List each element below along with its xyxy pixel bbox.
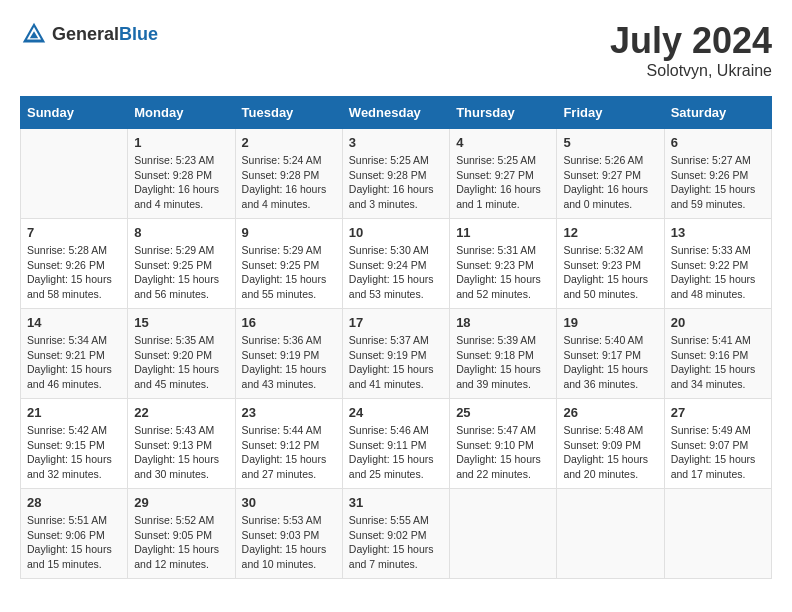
table-row — [450, 489, 557, 579]
table-row: 14Sunrise: 5:34 AM Sunset: 9:21 PM Dayli… — [21, 309, 128, 399]
day-info: Sunrise: 5:39 AM Sunset: 9:18 PM Dayligh… — [456, 333, 550, 392]
day-number: 8 — [134, 225, 228, 240]
day-number: 16 — [242, 315, 336, 330]
col-sunday: Sunday — [21, 97, 128, 129]
col-wednesday: Wednesday — [342, 97, 449, 129]
table-row — [557, 489, 664, 579]
day-info: Sunrise: 5:25 AM Sunset: 9:28 PM Dayligh… — [349, 153, 443, 212]
day-info: Sunrise: 5:40 AM Sunset: 9:17 PM Dayligh… — [563, 333, 657, 392]
table-row: 29Sunrise: 5:52 AM Sunset: 9:05 PM Dayli… — [128, 489, 235, 579]
day-number: 6 — [671, 135, 765, 150]
table-row: 11Sunrise: 5:31 AM Sunset: 9:23 PM Dayli… — [450, 219, 557, 309]
day-number: 24 — [349, 405, 443, 420]
day-number: 23 — [242, 405, 336, 420]
day-number: 1 — [134, 135, 228, 150]
table-row — [21, 129, 128, 219]
logo: GeneralBlue — [20, 20, 158, 48]
day-number: 22 — [134, 405, 228, 420]
day-info: Sunrise: 5:53 AM Sunset: 9:03 PM Dayligh… — [242, 513, 336, 572]
table-row: 23Sunrise: 5:44 AM Sunset: 9:12 PM Dayli… — [235, 399, 342, 489]
day-number: 28 — [27, 495, 121, 510]
day-info: Sunrise: 5:33 AM Sunset: 9:22 PM Dayligh… — [671, 243, 765, 302]
day-number: 26 — [563, 405, 657, 420]
logo-icon — [20, 20, 48, 48]
table-row: 4Sunrise: 5:25 AM Sunset: 9:27 PM Daylig… — [450, 129, 557, 219]
table-row: 6Sunrise: 5:27 AM Sunset: 9:26 PM Daylig… — [664, 129, 771, 219]
day-number: 10 — [349, 225, 443, 240]
day-number: 7 — [27, 225, 121, 240]
day-info: Sunrise: 5:37 AM Sunset: 9:19 PM Dayligh… — [349, 333, 443, 392]
day-number: 13 — [671, 225, 765, 240]
calendar-week-row: 7Sunrise: 5:28 AM Sunset: 9:26 PM Daylig… — [21, 219, 772, 309]
day-info: Sunrise: 5:23 AM Sunset: 9:28 PM Dayligh… — [134, 153, 228, 212]
day-info: Sunrise: 5:35 AM Sunset: 9:20 PM Dayligh… — [134, 333, 228, 392]
table-row: 22Sunrise: 5:43 AM Sunset: 9:13 PM Dayli… — [128, 399, 235, 489]
table-row: 19Sunrise: 5:40 AM Sunset: 9:17 PM Dayli… — [557, 309, 664, 399]
table-row: 31Sunrise: 5:55 AM Sunset: 9:02 PM Dayli… — [342, 489, 449, 579]
day-number: 11 — [456, 225, 550, 240]
table-row: 1Sunrise: 5:23 AM Sunset: 9:28 PM Daylig… — [128, 129, 235, 219]
day-number: 31 — [349, 495, 443, 510]
day-info: Sunrise: 5:52 AM Sunset: 9:05 PM Dayligh… — [134, 513, 228, 572]
day-info: Sunrise: 5:46 AM Sunset: 9:11 PM Dayligh… — [349, 423, 443, 482]
month-title: July 2024 — [610, 20, 772, 62]
day-number: 29 — [134, 495, 228, 510]
day-number: 17 — [349, 315, 443, 330]
table-row: 10Sunrise: 5:30 AM Sunset: 9:24 PM Dayli… — [342, 219, 449, 309]
table-row: 20Sunrise: 5:41 AM Sunset: 9:16 PM Dayli… — [664, 309, 771, 399]
calendar-week-row: 1Sunrise: 5:23 AM Sunset: 9:28 PM Daylig… — [21, 129, 772, 219]
day-info: Sunrise: 5:55 AM Sunset: 9:02 PM Dayligh… — [349, 513, 443, 572]
table-row: 25Sunrise: 5:47 AM Sunset: 9:10 PM Dayli… — [450, 399, 557, 489]
day-info: Sunrise: 5:28 AM Sunset: 9:26 PM Dayligh… — [27, 243, 121, 302]
day-info: Sunrise: 5:31 AM Sunset: 9:23 PM Dayligh… — [456, 243, 550, 302]
table-row: 9Sunrise: 5:29 AM Sunset: 9:25 PM Daylig… — [235, 219, 342, 309]
table-row: 28Sunrise: 5:51 AM Sunset: 9:06 PM Dayli… — [21, 489, 128, 579]
day-info: Sunrise: 5:32 AM Sunset: 9:23 PM Dayligh… — [563, 243, 657, 302]
col-saturday: Saturday — [664, 97, 771, 129]
table-row: 17Sunrise: 5:37 AM Sunset: 9:19 PM Dayli… — [342, 309, 449, 399]
day-info: Sunrise: 5:25 AM Sunset: 9:27 PM Dayligh… — [456, 153, 550, 212]
table-row: 7Sunrise: 5:28 AM Sunset: 9:26 PM Daylig… — [21, 219, 128, 309]
day-info: Sunrise: 5:26 AM Sunset: 9:27 PM Dayligh… — [563, 153, 657, 212]
col-tuesday: Tuesday — [235, 97, 342, 129]
table-row: 24Sunrise: 5:46 AM Sunset: 9:11 PM Dayli… — [342, 399, 449, 489]
day-number: 15 — [134, 315, 228, 330]
table-row: 13Sunrise: 5:33 AM Sunset: 9:22 PM Dayli… — [664, 219, 771, 309]
table-row: 12Sunrise: 5:32 AM Sunset: 9:23 PM Dayli… — [557, 219, 664, 309]
day-info: Sunrise: 5:43 AM Sunset: 9:13 PM Dayligh… — [134, 423, 228, 482]
day-number: 18 — [456, 315, 550, 330]
day-number: 25 — [456, 405, 550, 420]
table-row: 30Sunrise: 5:53 AM Sunset: 9:03 PM Dayli… — [235, 489, 342, 579]
day-number: 5 — [563, 135, 657, 150]
location-title: Solotvyn, Ukraine — [610, 62, 772, 80]
day-info: Sunrise: 5:30 AM Sunset: 9:24 PM Dayligh… — [349, 243, 443, 302]
day-info: Sunrise: 5:48 AM Sunset: 9:09 PM Dayligh… — [563, 423, 657, 482]
day-number: 19 — [563, 315, 657, 330]
logo-general-text: General — [52, 24, 119, 44]
day-info: Sunrise: 5:41 AM Sunset: 9:16 PM Dayligh… — [671, 333, 765, 392]
day-number: 4 — [456, 135, 550, 150]
day-number: 21 — [27, 405, 121, 420]
page-header: GeneralBlue July 2024 Solotvyn, Ukraine — [20, 20, 772, 80]
day-number: 12 — [563, 225, 657, 240]
day-info: Sunrise: 5:47 AM Sunset: 9:10 PM Dayligh… — [456, 423, 550, 482]
col-monday: Monday — [128, 97, 235, 129]
table-row: 5Sunrise: 5:26 AM Sunset: 9:27 PM Daylig… — [557, 129, 664, 219]
day-info: Sunrise: 5:42 AM Sunset: 9:15 PM Dayligh… — [27, 423, 121, 482]
day-info: Sunrise: 5:49 AM Sunset: 9:07 PM Dayligh… — [671, 423, 765, 482]
day-number: 20 — [671, 315, 765, 330]
table-row: 3Sunrise: 5:25 AM Sunset: 9:28 PM Daylig… — [342, 129, 449, 219]
day-info: Sunrise: 5:29 AM Sunset: 9:25 PM Dayligh… — [134, 243, 228, 302]
col-friday: Friday — [557, 97, 664, 129]
day-number: 14 — [27, 315, 121, 330]
table-row: 16Sunrise: 5:36 AM Sunset: 9:19 PM Dayli… — [235, 309, 342, 399]
calendar-week-row: 21Sunrise: 5:42 AM Sunset: 9:15 PM Dayli… — [21, 399, 772, 489]
day-info: Sunrise: 5:36 AM Sunset: 9:19 PM Dayligh… — [242, 333, 336, 392]
day-number: 2 — [242, 135, 336, 150]
table-row: 26Sunrise: 5:48 AM Sunset: 9:09 PM Dayli… — [557, 399, 664, 489]
logo-blue-text: Blue — [119, 24, 158, 44]
day-number: 9 — [242, 225, 336, 240]
table-row: 21Sunrise: 5:42 AM Sunset: 9:15 PM Dayli… — [21, 399, 128, 489]
table-row: 27Sunrise: 5:49 AM Sunset: 9:07 PM Dayli… — [664, 399, 771, 489]
day-info: Sunrise: 5:51 AM Sunset: 9:06 PM Dayligh… — [27, 513, 121, 572]
